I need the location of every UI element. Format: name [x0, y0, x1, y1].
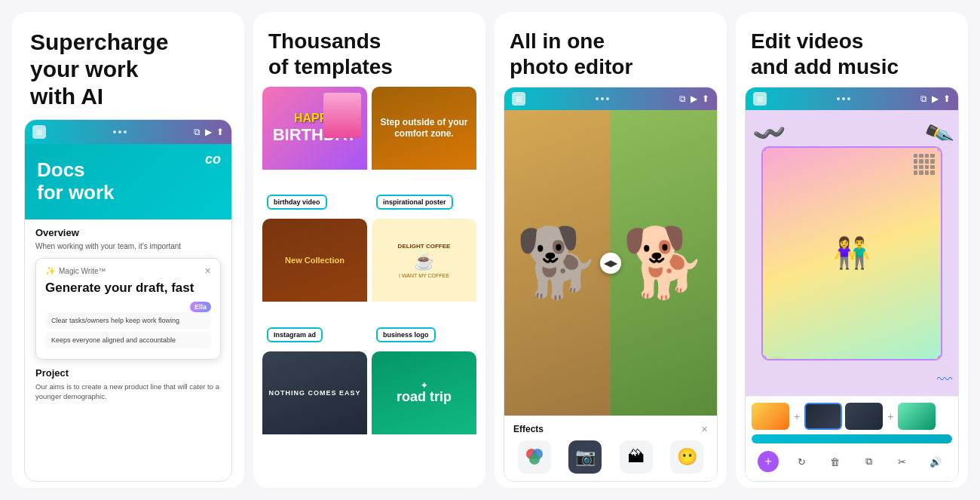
ella-tag: Ella [190, 302, 211, 312]
rotate-button[interactable]: ↻ [791, 451, 812, 472]
nothing-bg: NOTHING COMES EASY [262, 351, 367, 434]
clip-4[interactable] [898, 403, 936, 430]
nothing-text: NOTHING COMES EASY [268, 389, 360, 397]
panel-video: Edit videos and add music ⊞ ⧉ ▶ ⬆ 〰️ [736, 12, 968, 488]
heading-line1: Supercharge [30, 29, 168, 54]
copy-icon-3[interactable]: ⧉ [679, 94, 686, 104]
clip-2[interactable] [804, 403, 842, 430]
effects-panel: Effects ✕ 📷 🏔 😶 [504, 416, 717, 481]
template-birthday[interactable]: HAPPY BIRTHDAY birthday video [262, 87, 367, 214]
task-item-2: Keeps everyone aligned and accountable [45, 332, 211, 348]
photo-editor-text: photo editor [510, 55, 632, 78]
coffee-cup-icon: ☕ [414, 252, 434, 271]
svg-point-2 [529, 454, 540, 465]
heading-line2: your work [30, 57, 138, 81]
handle-tl[interactable] [761, 146, 767, 152]
play-icon-4[interactable]: ▶ [932, 94, 939, 104]
panel-ai: Supercharge your work with AI ⊞ ⧉ ▶ ⬆ [12, 12, 244, 488]
collection-bg: New Collection [262, 219, 367, 302]
dog-left: 🐕 [504, 110, 611, 416]
video-play-button[interactable]: ▶ [763, 359, 790, 360]
project-title: Project [35, 367, 221, 379]
birthday-label: birthday video [267, 195, 327, 210]
all-in-one-text: All in one [510, 29, 605, 53]
magic-write-headline: Generate your draft, fast [45, 281, 211, 296]
video-bar: ⊞ ⧉ ▶ ⬆ [746, 87, 958, 110]
docs-line1: Docs [37, 158, 85, 181]
coffee-bg: DELIGHT COFFEE ☕ I WANT MY COFFEE [372, 219, 476, 302]
template-inspiration[interactable]: Step outside of your comfort zone. inspi… [372, 87, 476, 214]
template-nothing[interactable]: NOTHING COMES EASY [262, 351, 367, 479]
handle-br[interactable] [937, 355, 942, 360]
template-roadtrip[interactable]: ✦ road trip [372, 351, 476, 479]
play-icon[interactable]: ▶ [205, 127, 212, 137]
dog-emoji-left: 🐕 [516, 223, 600, 302]
close-icon[interactable]: ✕ [204, 266, 211, 276]
coffee-label: business logo [376, 327, 436, 342]
split-handle[interactable]: ◀▶ [600, 253, 621, 274]
add-clip-button[interactable]: + [758, 451, 779, 472]
camera-effect-icon[interactable]: 📷 [568, 440, 602, 474]
inspiration-label: inspirational poster [376, 195, 453, 210]
duplicate-button[interactable]: ⧉ [858, 451, 879, 472]
inspiration-text: Step outside of your comfort zone. [378, 117, 470, 140]
scribble-decoration-3: 〰 [937, 371, 952, 388]
birthday-bg: HAPPY BIRTHDAY [262, 87, 367, 170]
home-icon: ⊞ [32, 125, 46, 139]
birthday-photo [323, 93, 361, 138]
cut-button[interactable]: ✂ [891, 451, 912, 472]
phone-content-1: Overview When working with your team, it… [25, 219, 231, 481]
copy-icon[interactable]: ⧉ [194, 127, 201, 137]
roadtrip-bg: ✦ road trip [372, 351, 476, 434]
bar-dots-3 [596, 97, 609, 100]
photo-editor-main: 🐕 🐕 ◀▶ [504, 110, 717, 416]
thousands-text: Thousands [268, 29, 381, 53]
project-section: Project Our aims is to create a new prod… [35, 367, 221, 402]
audio-button[interactable]: 🔊 [925, 451, 946, 472]
heading-line3: with AI [30, 84, 103, 109]
video-canvas-inner: 👫 ▶ [761, 146, 942, 360]
clip-1[interactable] [752, 403, 789, 430]
add-music-text: and add music [751, 55, 899, 78]
magic-write-card: ✨ Magic Write™ ✕ Generate your draft, fa… [35, 258, 221, 360]
effects-close-icon[interactable]: ✕ [701, 425, 708, 434]
color-effect-icon[interactable] [518, 440, 551, 474]
dog-right: 🐕 [611, 110, 717, 416]
phone-mockup-1: ⊞ ⧉ ▶ ⬆ co Docs for work [24, 119, 232, 482]
share-icon-3[interactable]: ⬆ [702, 94, 709, 104]
edit-videos-text: Edit videos [751, 29, 863, 53]
panel1-heading: Supercharge your work with AI [30, 29, 226, 110]
templates-grid: HAPPY BIRTHDAY birthday video Step outsi… [253, 87, 485, 488]
coffee-tag: I WANT MY COFFEE [399, 273, 449, 278]
scribble-decoration-2: ✒️ [922, 118, 955, 150]
face-effect-icon[interactable]: 😶 [670, 440, 703, 474]
share-icon-4[interactable]: ⬆ [943, 94, 951, 104]
roadtrip-label: road trip [397, 389, 452, 404]
coffee-name: DELIGHT COFFEE [398, 243, 451, 250]
photo-bar: ⊞ ⧉ ▶ ⬆ [504, 87, 717, 110]
of-templates-text: of templates [268, 55, 393, 78]
play-icon-3[interactable]: ▶ [691, 94, 697, 104]
template-coffee[interactable]: DELIGHT COFFEE ☕ I WANT MY COFFEE busine… [372, 219, 476, 346]
co-logo: co [205, 152, 221, 167]
video-canvas: 〰️ 👫 ▶ [746, 110, 958, 396]
timeline-clips-row: + + [752, 403, 952, 430]
template-instagram[interactable]: New Collection Instagram ad [262, 219, 367, 346]
panel3-heading: All in one photo editor [510, 29, 712, 79]
inspiration-bg: Step outside of your comfort zone. [372, 87, 476, 170]
share-icon[interactable]: ⬆ [216, 127, 224, 137]
bar-dots [113, 130, 127, 133]
video-timeline: + + + ↻ 🗑 ⧉ ✂ 🔊 [746, 396, 958, 481]
panel1-header: Supercharge your work with AI [12, 12, 244, 119]
photo-mock: ⊞ ⧉ ▶ ⬆ 🐕 🐕 ◀▶ [504, 87, 718, 482]
panel2-heading: Thousands of templates [268, 29, 470, 79]
copy-icon-4[interactable]: ⧉ [920, 94, 927, 104]
app-container: Supercharge your work with AI ⊞ ⧉ ▶ ⬆ [0, 0, 980, 500]
wand-icon: ✨ [45, 266, 56, 276]
handle-bl[interactable] [761, 355, 767, 360]
collection-text: New Collection [285, 255, 345, 265]
delete-button[interactable]: 🗑 [825, 451, 846, 472]
clip-3[interactable] [845, 403, 883, 430]
panel-photo: All in one photo editor ⊞ ⧉ ▶ ⬆ [495, 12, 727, 488]
landscape-effect-icon[interactable]: 🏔 [620, 440, 653, 474]
